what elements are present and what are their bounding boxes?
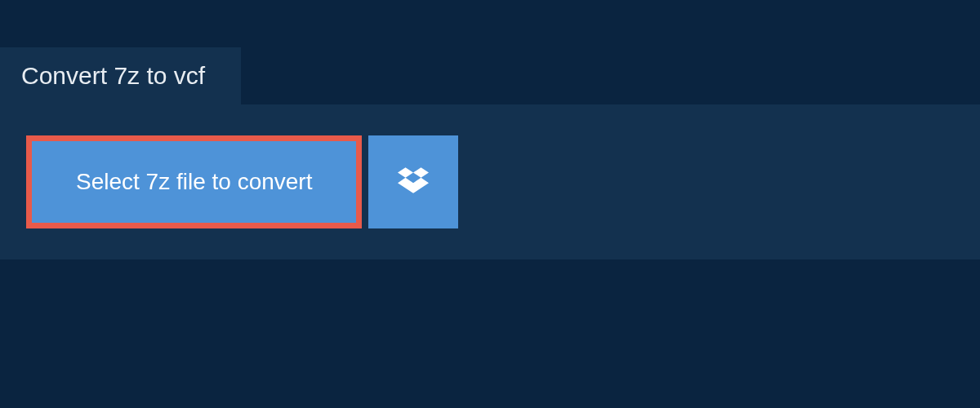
page-title-tab: Convert 7z to vcf [0,47,241,104]
dropbox-icon [398,165,429,199]
select-file-label: Select 7z file to convert [76,169,312,195]
select-file-button[interactable]: Select 7z file to convert [26,135,362,228]
dropbox-button[interactable] [368,135,458,228]
file-select-group: Select 7z file to convert [26,135,458,228]
page-title: Convert 7z to vcf [21,62,205,89]
content-panel: Select 7z file to convert [0,104,980,259]
